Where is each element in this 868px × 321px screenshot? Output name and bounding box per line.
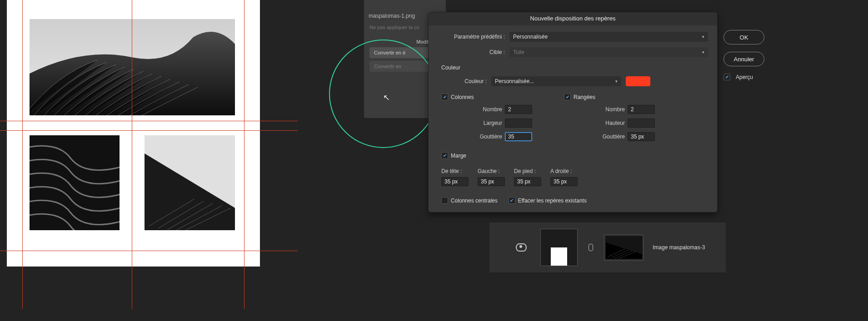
color-value: Personnalisée... — [495, 78, 534, 84]
color-label: Couleur : — [441, 78, 487, 84]
columns-gutter-input[interactable] — [505, 132, 532, 141]
image-bottom-left[interactable] — [30, 135, 120, 230]
margin-checkbox[interactable] — [441, 152, 448, 159]
layer-thumb-photo[interactable] — [604, 235, 644, 261]
target-label: Cible : — [441, 49, 505, 55]
preview-label: Aperçu — [736, 74, 753, 80]
rows-checkbox[interactable] — [564, 94, 571, 100]
guide-horizontal[interactable] — [0, 121, 298, 121]
guide-vertical[interactable] — [244, 0, 244, 309]
canvas-area[interactable] — [0, 0, 277, 280]
rows-number-input[interactable] — [628, 105, 655, 114]
columns-number-label: Nombre — [469, 106, 502, 113]
guide-vertical[interactable] — [132, 0, 132, 309]
margin-right-label: A droite : — [550, 168, 578, 174]
rows-number-label: Nombre — [592, 106, 625, 113]
margin-top-input[interactable] — [441, 177, 469, 186]
chevron-down-icon: ▾ — [615, 79, 618, 84]
columns-gutter-label: Gouttière — [469, 133, 502, 140]
rows-head: Rangées — [574, 94, 595, 100]
chevron-down-icon: ▾ — [702, 50, 704, 54]
visibility-eye-icon[interactable] — [516, 243, 527, 252]
rows-gutter-input[interactable] — [628, 132, 655, 141]
center-columns-checkbox[interactable] — [441, 197, 448, 204]
columns-head: Colonnes — [451, 94, 474, 100]
preview-checkbox[interactable] — [723, 74, 730, 80]
guide-horizontal[interactable] — [0, 251, 298, 251]
rows-height-label: Hauteur — [592, 120, 625, 126]
columns-group: Colonnes Nombre Largeur Gouttière — [441, 94, 532, 141]
clear-existing-checkbox[interactable] — [509, 197, 515, 204]
dialog-actions: OK Annuler Aperçu — [723, 30, 764, 80]
columns-width-label: Largeur — [469, 120, 502, 126]
margin-top-label: De tête : — [441, 168, 469, 174]
target-value: Toile — [513, 49, 524, 55]
canvas-page — [7, 0, 260, 267]
columns-checkbox[interactable] — [441, 94, 448, 100]
layer-name-label[interactable]: Image maspalomas-3 — [653, 244, 705, 251]
color-section: Couleur — [441, 64, 708, 71]
preset-value: Personnalisée — [513, 34, 548, 40]
layers-panel: Image maspalomas-3 — [489, 222, 726, 272]
margin-bottom-input[interactable] — [514, 177, 541, 186]
margin-head: Marge — [451, 153, 466, 159]
dialog-title: Nouvelle disposition des repères — [429, 12, 717, 25]
layer-thumb-bg[interactable] — [540, 229, 578, 266]
target-dropdown: Toile ▾ — [509, 47, 708, 57]
new-guide-layout-dialog: Nouvelle disposition des repères Paramèt… — [428, 12, 718, 212]
image-bottom-right[interactable] — [145, 135, 235, 230]
preset-dropdown[interactable]: Personnalisée ▾ — [509, 32, 708, 42]
rows-group: Rangées Nombre Hauteur Gouttière — [564, 94, 655, 141]
cancel-button[interactable]: Annuler — [723, 52, 764, 66]
color-swatch[interactable] — [626, 76, 650, 86]
columns-width-input[interactable] — [505, 119, 532, 128]
columns-number-input[interactable] — [505, 105, 532, 114]
center-columns-label: Colonnes centrales — [451, 198, 498, 204]
guide-vertical[interactable] — [22, 0, 23, 309]
preset-label: Paramètre prédéfini : — [441, 34, 505, 40]
image-top-panorama[interactable] — [30, 19, 235, 115]
color-dropdown[interactable]: Personnalisée... ▾ — [491, 76, 621, 86]
guide-horizontal[interactable] — [0, 130, 298, 131]
margin-left-label: Gauche : — [478, 168, 505, 174]
margin-left-input[interactable] — [478, 177, 505, 186]
margin-right-input[interactable] — [550, 177, 578, 186]
chevron-down-icon: ▾ — [702, 35, 704, 39]
clear-existing-label: Effacer les repères existants — [518, 198, 587, 204]
margin-bottom-label: De pied : — [514, 168, 541, 174]
ok-button[interactable]: OK — [723, 30, 764, 44]
link-icon[interactable] — [589, 244, 593, 251]
rows-height-input[interactable] — [628, 119, 655, 128]
rows-gutter-label: Gouttière — [592, 133, 625, 140]
